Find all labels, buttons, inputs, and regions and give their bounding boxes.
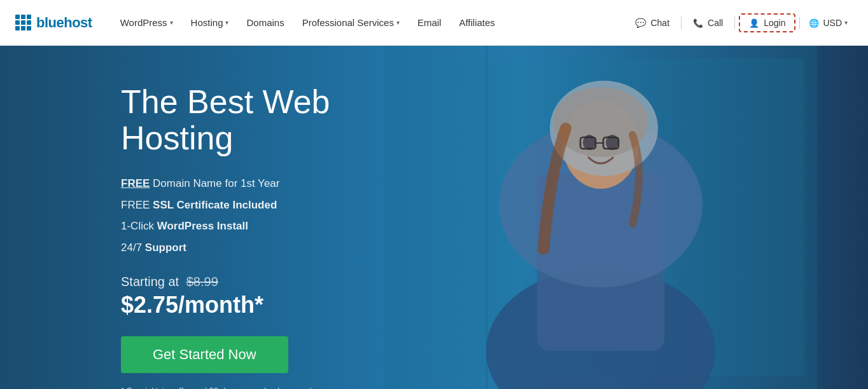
feature-wordpress: 1-Click WordPress Install — [121, 218, 426, 235]
feature-domain: FREE Domain Name for 1st Year — [121, 175, 426, 192]
header-right: Chat Call Login USD ▾ — [627, 13, 853, 32]
logo-blue: blue — [36, 15, 64, 31]
logo-grid-icon — [15, 15, 31, 31]
feature-support-text: 24/7 Support — [121, 242, 186, 254]
hero-title: The Best Web Hosting — [121, 84, 426, 156]
feature-wp-text: 1-Click WordPress Install — [121, 220, 248, 232]
nav-item-professional-services[interactable]: Professional Services — [295, 12, 407, 33]
logo-black: host — [64, 15, 92, 31]
pricing-area: Starting at $8.99 $2.75/month* — [121, 275, 426, 318]
current-price: $2.75/month* — [121, 292, 426, 318]
globe-icon — [809, 18, 820, 28]
nav-item-email[interactable]: Email — [410, 12, 449, 33]
currency-selector[interactable]: USD ▾ — [804, 14, 853, 32]
nav-item-affiliates[interactable]: Affiliates — [451, 12, 502, 33]
header-left: bluehost WordPress Hosting Domains Profe… — [15, 12, 503, 33]
call-icon — [693, 18, 704, 28]
main-nav: WordPress Hosting Domains Professional S… — [113, 12, 503, 33]
feature-support: 24/7 Support — [121, 240, 426, 256]
divider2 — [734, 17, 735, 29]
nav-item-domains[interactable]: Domains — [239, 12, 291, 33]
login-button[interactable]: Login — [739, 13, 795, 32]
hero-features-list: FREE Domain Name for 1st Year FREE SSL C… — [121, 175, 426, 256]
hero-section: The Best Web Hosting FREE Domain Name fo… — [0, 46, 868, 389]
chat-button[interactable]: Chat — [627, 14, 677, 32]
nav-item-wordpress[interactable]: WordPress — [113, 12, 181, 33]
currency-label: USD — [823, 18, 842, 28]
nav-item-hosting[interactable]: Hosting — [183, 12, 237, 33]
feature-ssl-text: FREE SSL Certificate Included — [121, 199, 277, 211]
hero-image — [384, 46, 817, 389]
login-label: Login — [764, 18, 785, 28]
hero-content: The Best Web Hosting FREE Domain Name fo… — [121, 84, 426, 389]
disclaimer-text[interactable]: * Special intro offer and 30-day money-b… — [121, 386, 426, 389]
user-icon — [749, 18, 760, 28]
svg-rect-3 — [486, 46, 487, 389]
currency-dropdown-arrow: ▾ — [844, 19, 848, 26]
get-started-button[interactable]: Get Started Now — [121, 336, 288, 373]
call-label: Call — [708, 18, 723, 28]
starting-at: Starting at $8.99 — [121, 275, 426, 289]
logo[interactable]: bluehost — [15, 15, 92, 31]
chat-icon — [635, 18, 647, 28]
divider — [681, 17, 682, 29]
call-button[interactable]: Call — [685, 14, 731, 32]
original-price: $8.99 — [186, 275, 218, 289]
chat-label: Chat — [650, 18, 669, 28]
feature-domain-underline: FREE — [121, 177, 150, 189]
logo-text: bluehost — [36, 15, 92, 31]
divider3 — [799, 17, 800, 29]
feature-domain-text: Domain Name for 1st Year — [153, 177, 279, 189]
feature-ssl: FREE SSL Certificate Included — [121, 197, 426, 214]
header: bluehost WordPress Hosting Domains Profe… — [0, 0, 868, 46]
starting-at-label: Starting at — [121, 275, 179, 289]
